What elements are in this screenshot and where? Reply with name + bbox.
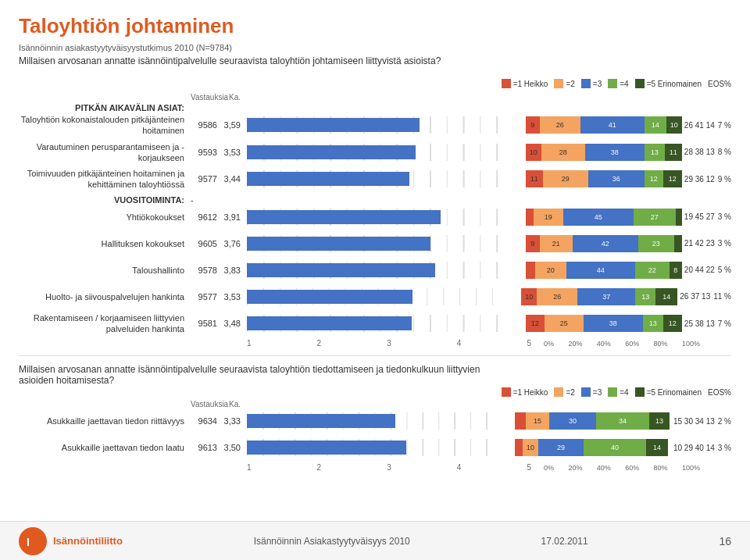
footer-date: 17.02.2011 — [541, 536, 588, 547]
table-row: Taloushallinto95783,83204422820 44 225 % — [19, 259, 731, 281]
subtitle: Isännöinnin asiakastyytyväisyystutkimus … — [19, 43, 731, 52]
table-row: Asukkaille jaettavan tiedon laatu96133,5… — [19, 437, 731, 458]
logo-icon: I — [19, 527, 47, 555]
legend1: =1 Heikko =2 =3 =4 =5 Erinomainen — [502, 79, 731, 88]
legend-item-3: =3 — [581, 79, 602, 88]
axis-row: 12345 0%20%40%60%80%100% — [19, 339, 731, 348]
table-row: Toimivuuden pitkäjänteinen hoitaminen ja… — [19, 168, 731, 191]
legend-item-1: =1 Heikko — [502, 79, 548, 88]
legend-item-4: =4 — [608, 79, 628, 88]
footer-page: 16 — [719, 535, 731, 548]
footer-logo: I Isännöintiliitto — [19, 527, 123, 555]
footer: I Isännöintiliitto Isännöinnin Asiakasty… — [0, 521, 750, 560]
table-row: Varautuminen perusparantamiseen ja -korj… — [19, 141, 731, 164]
legend2: =1 Heikko =2 =3 =4 =5 Erinomainen — [502, 387, 731, 397]
question2: Millaisen arvosanan annatte isännöintipa… — [19, 364, 502, 386]
svg-text:I: I — [27, 536, 30, 548]
table-row: Huolto- ja siivouspalvelujen hankinta957… — [19, 286, 731, 308]
table-header: Vastauksia Ka. — [19, 93, 731, 102]
legend-item-eos: EOS% — [708, 80, 731, 88]
footer-subtitle: Isännöinnin Asiakastyytyväisyys 2010 — [254, 536, 410, 547]
page-title: Taloyhtiön johtaminen — [19, 14, 731, 38]
table-row: Yhtiökokoukset96123,9119452719 45 273 % — [19, 206, 731, 228]
table-header-2: Vastauksia Ka. — [19, 400, 731, 408]
category1-header: PITKÄN AIKAVÄLIN ASIAT: — [19, 103, 731, 112]
question1: Millaisen arvosanan annatte isännöintipa… — [19, 55, 502, 66]
legend-item-2: =2 — [554, 79, 574, 88]
table-row: Asukkaille jaettavan tiedon riittävyys96… — [19, 410, 731, 432]
company-name: Isännöintiliitto — [53, 535, 123, 547]
category2-header: VUOSITOIMINTA: - — [19, 195, 731, 205]
table-row: Taloyhtiön kokonaistalouden pitkäjäntein… — [19, 114, 731, 137]
axis-row-2: 12345 0%20%40%60%80%100% — [19, 463, 731, 472]
table-row: Rakentamiseen / korjaamiseen liittyvien … — [19, 312, 731, 335]
legend-item-5: =5 Erinomainen — [635, 79, 702, 88]
table-row: Hallituksen kokoukset96053,76921422321 4… — [19, 233, 731, 255]
